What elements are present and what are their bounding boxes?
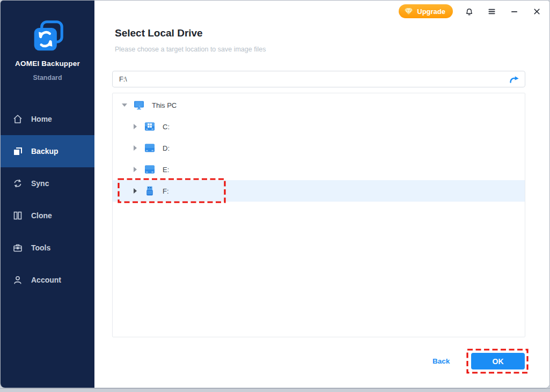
- home-icon: [12, 114, 23, 124]
- local-drive-icon: [144, 143, 155, 153]
- tree-node-this-pc[interactable]: This PC: [113, 94, 525, 116]
- target-path-input[interactable]: [112, 71, 525, 87]
- sidebar-item-home[interactable]: Home: [1, 103, 94, 135]
- page-title: Select Local Drive: [115, 27, 203, 39]
- tree-node-drive-c[interactable]: C:: [113, 116, 525, 137]
- upgrade-button[interactable]: Upgrade: [399, 4, 453, 18]
- tree-node-label: This PC: [152, 101, 177, 109]
- brand: AOMEI Backupper Standard: [1, 20, 94, 82]
- tree-node-drive-f[interactable]: F:: [113, 180, 525, 202]
- titlebar: Upgrade: [399, 4, 543, 18]
- app-window: AOMEI Backupper Standard Home: [0, 0, 550, 388]
- sync-icon: [12, 178, 23, 189]
- tree-node-label: E:: [163, 166, 169, 174]
- gem-icon: [404, 8, 413, 15]
- ok-button[interactable]: OK: [471, 353, 525, 369]
- tools-icon: [12, 242, 23, 253]
- sidebar-item-label: Account: [31, 276, 61, 284]
- expander-collapse-icon[interactable]: [121, 102, 128, 108]
- notifications-bell-icon[interactable]: [463, 4, 475, 18]
- system-drive-icon: [144, 121, 155, 132]
- app-name: AOMEI Backupper: [1, 60, 94, 68]
- app-edition: Standard: [1, 74, 94, 82]
- tree-node-label: C:: [163, 123, 170, 131]
- expander-expand-icon[interactable]: [132, 123, 138, 130]
- sidebar-item-label: Clone: [31, 211, 52, 220]
- path-row: [112, 71, 525, 87]
- app-logo-icon: [32, 20, 64, 53]
- expander-expand-icon[interactable]: [132, 166, 138, 173]
- sidebar-item-label: Home: [31, 115, 52, 123]
- close-icon[interactable]: [530, 4, 543, 18]
- page-subtitle: Please choose a target location to save …: [115, 46, 266, 53]
- expander-expand-icon[interactable]: [132, 145, 138, 151]
- drive-tree-panel: This PC C:: [112, 93, 525, 337]
- usb-drive-icon: [144, 186, 155, 196]
- tree-node-drive-e[interactable]: E:: [113, 159, 525, 180]
- expander-expand-icon[interactable]: [132, 188, 138, 194]
- account-icon: [12, 275, 23, 285]
- sidebar-item-backup[interactable]: Backup: [1, 135, 94, 167]
- tree-node-label: F:: [163, 187, 169, 195]
- sidebar-item-tools[interactable]: Tools: [1, 232, 94, 264]
- main-panel: Upgrade: [94, 1, 549, 388]
- desktop-edge: [0, 388, 550, 392]
- sidebar-item-clone[interactable]: Clone: [1, 199, 94, 232]
- sidebar-item-label: Tools: [31, 243, 50, 252]
- sidebar-item-sync[interactable]: Sync: [1, 167, 94, 199]
- sidebar-item-account[interactable]: Account: [1, 264, 94, 296]
- sidebar-item-label: Sync: [31, 179, 49, 188]
- computer-icon: [134, 100, 144, 110]
- back-button[interactable]: Back: [432, 357, 450, 365]
- tree-node-label: D:: [163, 144, 170, 152]
- upgrade-label: Upgrade: [417, 8, 445, 16]
- go-arrow-icon[interactable]: [509, 75, 519, 83]
- tree-node-drive-d[interactable]: D:: [113, 137, 525, 159]
- sidebar: AOMEI Backupper Standard Home: [1, 1, 94, 388]
- sidebar-item-label: Backup: [31, 147, 58, 156]
- main-menu-icon[interactable]: [485, 4, 498, 18]
- local-drive-icon: [144, 164, 155, 175]
- sidebar-menu: Home Backup Sync: [1, 103, 94, 296]
- minimize-icon[interactable]: [508, 4, 520, 18]
- clone-icon: [12, 210, 23, 221]
- backup-icon: [12, 146, 23, 157]
